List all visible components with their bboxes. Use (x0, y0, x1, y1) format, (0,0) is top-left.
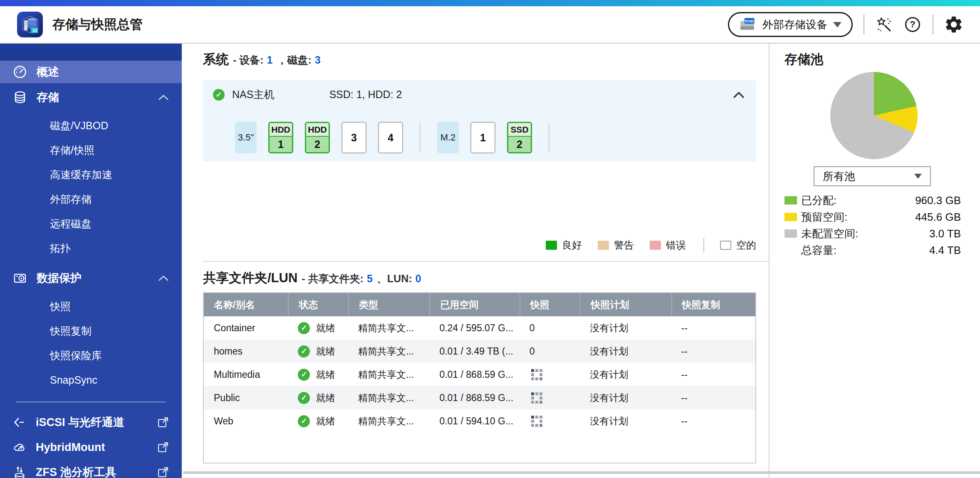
svg-text:10: 10 (32, 28, 37, 33)
sidebar-item-label: 外部存储 (50, 192, 92, 206)
table-row-Multimedia[interactable]: Multimedia✓就绪精简共享文...0.01 / 868.59 G...没… (204, 363, 755, 386)
column-header-5[interactable]: 快照计划 (580, 293, 671, 316)
sidebar-item-storage-snapshots[interactable]: 存储/快照 (0, 138, 182, 163)
status-ok-icon: ✓ (298, 392, 310, 404)
bay-number: 2 (306, 137, 329, 152)
column-header-1[interactable]: 状态 (288, 293, 348, 316)
column-header-6[interactable]: 快照复制 (671, 293, 755, 316)
cell-name: Public (204, 392, 288, 404)
sidebar-item-cache-acceleration[interactable]: 高速缓存加速 (0, 163, 182, 187)
column-header-2[interactable]: 类型 (348, 293, 429, 316)
gear-icon (944, 15, 963, 34)
sidebar-group-storage[interactable]: 存储 (0, 83, 182, 111)
status-text: 就绪 (316, 368, 335, 381)
legend-item: 错误 (650, 239, 686, 252)
sidebar-item-label: 远程磁盘 (50, 217, 92, 231)
snapshot-grid-icon (531, 416, 534, 419)
stat-label: 预留空间: (801, 210, 847, 224)
cell-snapshot-schedule: 没有计划 (580, 322, 671, 335)
drive-bay-hdd-2[interactable]: HDD2 (305, 122, 330, 153)
table-row-Web[interactable]: Web✓就绪精简共享文...0.01 / 594.10 G...没有计划-- (204, 409, 755, 433)
shares-title-text: 共享文件夹/LUN (203, 269, 297, 287)
cell-snapshot: 0 (520, 323, 580, 334)
settings-button[interactable] (944, 15, 963, 34)
bay-group-divider (420, 123, 421, 153)
sidebar-item-hybridmount[interactable]: HybridMount (0, 435, 182, 460)
cell-snapshot-schedule: 没有计划 (580, 415, 671, 428)
sidebar-item-snapshot-replica[interactable]: 快照复制 (0, 319, 182, 343)
sidebar-item-remote-disk[interactable]: 远程磁盘 (0, 212, 182, 236)
stat-value: 445.6 GB (915, 211, 961, 224)
cell-type: 精简共享文... (348, 415, 429, 428)
horizontal-scrollbar[interactable] (183, 471, 980, 474)
sidebar-item-iscsi-fc[interactable]: iSCSI 与光纤通道 (0, 410, 182, 435)
stat-swatch (784, 246, 797, 254)
external-link-icon (157, 441, 169, 453)
legend-swatch (598, 241, 609, 250)
devices-label: - 设备: (233, 53, 264, 67)
sidebar-item-disks-vjbod[interactable]: 磁盘/VJBOD (0, 113, 182, 138)
cell-snapshot-replica: -- (671, 346, 755, 357)
disks-label: ，磁盘: (277, 53, 312, 67)
sidebar-item-snapsync[interactable]: SnapSync (0, 368, 182, 392)
cell-name: Container (204, 323, 288, 334)
gauge-icon (12, 64, 27, 79)
column-header-3[interactable]: 已用空间 (429, 293, 519, 316)
drive-status-legend: 良好警告错误空的 (203, 238, 756, 253)
drive-bay-ssd-2[interactable]: SSD2 (507, 122, 532, 153)
collapse-chevron-icon[interactable] (732, 91, 745, 99)
column-header-0[interactable]: 名称/别名 (204, 293, 288, 316)
stat-value: 960.3 GB (915, 194, 961, 207)
sidebar-item-snapshot[interactable]: 快照 (0, 294, 182, 319)
sidebar: 概述 存储 磁盘/VJBOD 存储/快照 高速缓存加速 外部存储 远程磁盘 拓扑 (0, 44, 182, 478)
legend-item: 警告 (598, 239, 634, 252)
drive-bay-hdd-1[interactable]: HDD1 (268, 122, 293, 153)
help-icon: ? (903, 15, 922, 34)
sidebar-item-external-storage[interactable]: 外部存储 (0, 187, 182, 212)
nas-host-row[interactable]: ✓ NAS主机 SSD: 1, HDD: 2 (213, 88, 745, 101)
sidebar-item-topology[interactable]: 拓扑 (0, 236, 182, 261)
drive-bay-1[interactable]: 1 (470, 122, 495, 153)
cell-used-space: 0.01 / 868.59 G... (429, 369, 519, 380)
snapshot-grid-icon (531, 392, 534, 395)
table-row-homes[interactable]: homes✓就绪精简共享文...0.01 / 3.49 TB (...0没有计划… (204, 340, 755, 363)
iscsi-icon (12, 415, 27, 429)
sidebar-item-snapshot-vault[interactable]: 快照保险库 (0, 343, 182, 368)
table-row-Public[interactable]: Public✓就绪精简共享文...0.01 / 868.59 G...没有计划-… (204, 386, 755, 409)
app-title: 存储与快照总管 (52, 16, 143, 33)
cell-type: 精简共享文... (348, 322, 429, 335)
cell-name: Multimedia (204, 369, 288, 380)
wizard-button[interactable] (875, 16, 893, 33)
lun-label: 、LUN: (377, 272, 412, 286)
stat-swatch (784, 213, 797, 221)
drive-bay-3[interactable]: 3 (342, 122, 366, 153)
sidebar-group-label: 存储 (37, 90, 59, 105)
external-link-icon (157, 466, 169, 478)
data-protection-sub-list: 快照 快照复制 快照保险库 SnapSync (0, 294, 182, 392)
drive-bay-4[interactable]: 4 (378, 122, 403, 153)
app-header: 10 存储与快照总管 RAID 外部存储设备 (0, 6, 980, 44)
pool-selector[interactable]: 所有池 (814, 166, 931, 186)
sidebar-item-label: 拓扑 (50, 241, 71, 255)
sidebar-group-label: 数据保护 (37, 271, 82, 286)
sidebar-item-zfs-pool-analyzer[interactable]: ZFS 池分析工具 (0, 460, 182, 478)
table-row-Container[interactable]: Container✓就绪精简共享文...0.24 / 595.07 G...0没… (204, 316, 755, 340)
header-divider (933, 15, 933, 34)
svg-text:RAID: RAID (745, 19, 754, 23)
legend-swatch (650, 241, 661, 250)
external-storage-device-button[interactable]: RAID 外部存储设备 (728, 12, 853, 37)
cell-snapshot: 0 (520, 346, 580, 357)
legend-label: 错误 (666, 239, 686, 252)
bay-row: 3.5"HDD1HDD234M.21SSD2 (235, 122, 554, 153)
pool-stat-row: 未配置空间:3.0 TB (784, 225, 961, 242)
legend-label: 良好 (562, 239, 582, 252)
column-header-4[interactable]: 快照 (520, 293, 580, 316)
shares-table-header: 名称/别名状态类型已用空间快照快照计划快照复制 (204, 293, 755, 316)
status-ok-icon: ✓ (298, 369, 310, 381)
sidebar-item-overview[interactable]: 概述 (0, 61, 182, 83)
sidebar-group-data-protection[interactable]: 数据保护 (0, 264, 182, 292)
pool-stat-row: 预留空间:445.6 GB (784, 209, 961, 225)
chevron-up-icon (158, 94, 169, 101)
sidebar-item-label: SnapSync (50, 374, 97, 386)
help-button[interactable]: ? (903, 15, 922, 34)
